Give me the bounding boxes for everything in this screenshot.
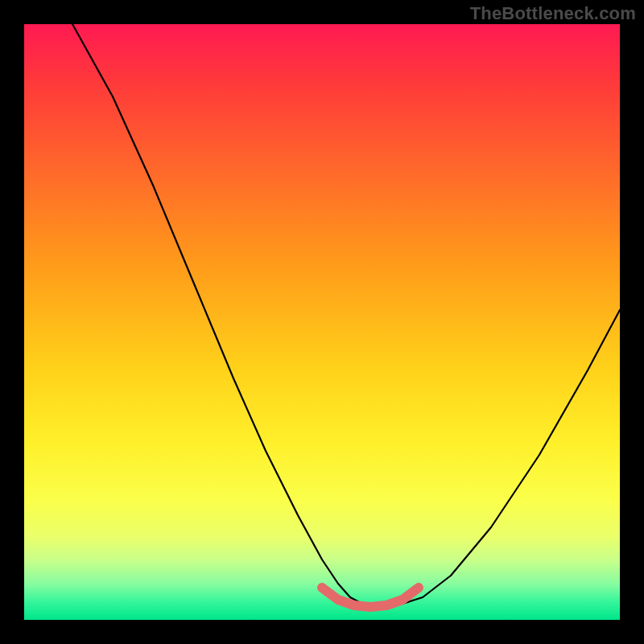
watermark-text: TheBottleneck.com — [470, 3, 636, 24]
chart-frame: TheBottleneck.com — [0, 0, 644, 644]
chart-svg — [24, 24, 620, 620]
bottleneck-bump — [322, 588, 419, 607]
plot-area — [24, 24, 620, 620]
bottleneck-curve — [72, 24, 620, 607]
